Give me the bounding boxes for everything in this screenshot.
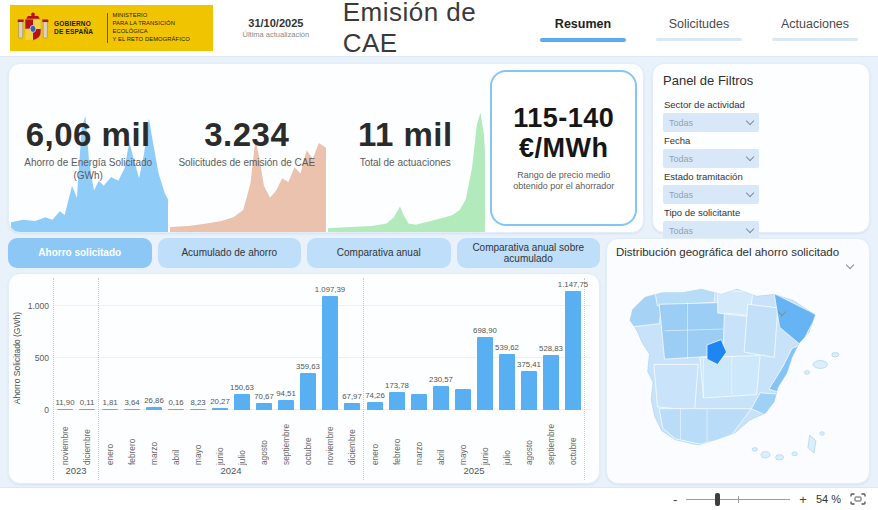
bar-2024-octubre[interactable] (300, 373, 316, 410)
map-title: Distribución geográfica del ahorro solic… (616, 246, 860, 258)
bar-value-label: 1.097,39 (315, 285, 345, 294)
bar-2024-noviembre[interactable] (322, 296, 338, 410)
bar-2023-diciembre[interactable] (79, 409, 95, 410)
bar-2025-marzo[interactable] (411, 394, 427, 410)
bar-2025-octubre[interactable] (565, 291, 581, 410)
bar-slot: marzo (408, 278, 430, 465)
bar-2024-abril[interactable] (168, 409, 184, 410)
filter-label-sector: Sector de actividad (664, 99, 759, 110)
bar-value-label: 230,57 (429, 375, 453, 384)
kpi-actuaciones: 11 mil Total de actuaciones (326, 64, 485, 232)
spain-choropleth-map[interactable] (616, 260, 860, 468)
bar-value-label: 94,51 (276, 389, 296, 398)
zoom-out-button[interactable]: - (673, 493, 677, 506)
x-axis-month-label: agosto (524, 413, 534, 465)
x-axis-month-label: diciembre (347, 413, 357, 465)
bar-chart-card: Ahorro Solicitado (GWh) 05001.00011,90no… (8, 273, 600, 484)
bar-2025-septiembre[interactable] (543, 355, 559, 410)
bar-value-label: 0,16 (168, 398, 183, 407)
x-axis-month-label: febrero (392, 413, 402, 465)
x-axis-month-label: octubre (568, 413, 578, 465)
tab-resumen[interactable]: Resumen (534, 9, 632, 48)
filter-dropdown-estado[interactable]: Todas (663, 185, 759, 204)
region-andalucia (659, 409, 751, 444)
filter-label-fecha: Fecha (664, 135, 759, 146)
bar-value-label: 26,86 (144, 396, 164, 405)
x-axis-month-label: septiembre (281, 413, 291, 465)
dashboard: GOBIERNO DE ESPAÑA MINISTERIO PARA LA TR… (0, 0, 878, 510)
bar-2025-enero[interactable] (367, 402, 383, 410)
bar-slot: 11,90noviembre (54, 278, 76, 465)
filter-panel-title: Panel de Filtros (663, 73, 859, 88)
bar-slot: 539,62julio (496, 278, 518, 465)
bar-2025-junio[interactable] (477, 337, 493, 410)
filter-dropdown-fecha[interactable]: Todas (663, 149, 759, 168)
bar-value-label: 3,64 (124, 398, 139, 407)
kpi-ahorro-energia: 6,06 mil Ahorro de Energía Solicitado (G… (9, 64, 168, 232)
chart-tab-comparativa-acumulado[interactable]: Comparativa anual sobre acumulado (457, 238, 601, 268)
fit-to-page-icon[interactable] (850, 493, 866, 505)
chart-tab-ahorro-solicitado[interactable]: Ahorro solicitado (8, 238, 152, 268)
bar-2025-julio[interactable] (499, 354, 515, 410)
islas-baleares (804, 352, 839, 374)
bar-value-label: 0,11 (80, 398, 95, 407)
zoom-slider[interactable] (686, 493, 790, 506)
bar-slot: 94,51septiembre (275, 278, 297, 465)
bar-slot: mayo (452, 278, 474, 465)
bar-2024-junio[interactable] (212, 408, 228, 410)
bar-value-label: 70,67 (254, 392, 274, 401)
bar-2024-mayo[interactable] (190, 409, 206, 410)
tab-actuaciones[interactable]: Actuaciones (766, 9, 864, 48)
chevron-down-icon (746, 189, 754, 197)
bar-slot: 0,11diciembre (76, 278, 98, 465)
x-axis-month-label: julio (237, 413, 247, 465)
bar-2024-julio[interactable] (234, 394, 250, 410)
logo-divider (107, 13, 108, 43)
bar-2023-noviembre[interactable] (57, 409, 73, 410)
bar-2025-febrero[interactable] (389, 392, 405, 410)
region-galicia (619, 287, 665, 328)
bar-2024-marzo[interactable] (146, 407, 162, 410)
zoom-slider-handle[interactable] (715, 493, 720, 506)
price-range-value: 115-140 (492, 103, 635, 133)
bar-slot: 1.097,39noviembre (319, 278, 341, 465)
bar-slot: 26,86marzo (143, 278, 165, 465)
filter-dropdown-sector[interactable]: Todas (663, 113, 759, 132)
x-axis-month-label: octubre (303, 413, 313, 465)
tab-solicitudes[interactable]: Solicitudes (650, 9, 748, 48)
ministerio-text: MINISTERIO PARA LA TRANSICIÓN ECOLÓGICA … (112, 12, 207, 43)
bar-2024-agosto[interactable] (256, 403, 272, 410)
region-extremadura (654, 364, 698, 410)
bar-chart: 05001.00011,90noviembre0,11diciembre2023… (27, 278, 595, 480)
chart-tab-comparativa-anual[interactable]: Comparativa anual (307, 238, 451, 268)
bar-2024-febrero[interactable] (124, 409, 140, 410)
bar-slot: 74,26enero (364, 278, 386, 465)
last-update: 31/10/2025 Última actualización (231, 17, 321, 39)
y-axis-title: Ahorro Solicitado (GWh) (12, 312, 22, 404)
bar-slot: 150,63julio (231, 278, 253, 465)
bar-2025-abril[interactable] (433, 386, 449, 410)
kpi-label: Ahorro de Energía Solicitado (GWh) (9, 157, 168, 182)
kpi-value: 3.234 (168, 116, 327, 154)
kpi-label: Solicitudes de emisión de CAE (168, 157, 327, 170)
kpi-card-row: 6,06 mil Ahorro de Energía Solicitado (G… (8, 63, 644, 233)
bar-2025-agosto[interactable] (521, 371, 537, 410)
bar-slot: 698,90junio (474, 278, 496, 465)
map-card: Distribución geográfica del ahorro solic… (606, 238, 870, 484)
bar-2025-mayo[interactable] (455, 389, 471, 410)
bar-value-label: 20,27 (210, 397, 230, 406)
bar-slot: 1.147,75octubre (562, 278, 584, 465)
dashboard-canvas: 6,06 mil Ahorro de Energía Solicitado (G… (0, 57, 878, 487)
header-tabs: Resumen Solicitudes Actuaciones (534, 9, 864, 48)
x-axis-month-label: mayo (458, 413, 468, 465)
bar-2024-enero[interactable] (102, 409, 118, 410)
bar-2024-septiembre[interactable] (278, 400, 294, 410)
bar-2024-diciembre[interactable] (344, 403, 360, 410)
bar-value-label: 375,41 (517, 360, 541, 369)
x-axis-year-label: 2025 (364, 465, 584, 480)
chart-tab-acumulado[interactable]: Acumulado de ahorro (158, 238, 302, 268)
filter-label-estado: Estado tramitación (664, 171, 759, 182)
x-axis-month-label: junio (215, 413, 225, 465)
zoom-in-button[interactable]: + (799, 493, 807, 506)
price-range-box: 115-140 €/MWh Rango de precio medio obte… (490, 70, 637, 226)
